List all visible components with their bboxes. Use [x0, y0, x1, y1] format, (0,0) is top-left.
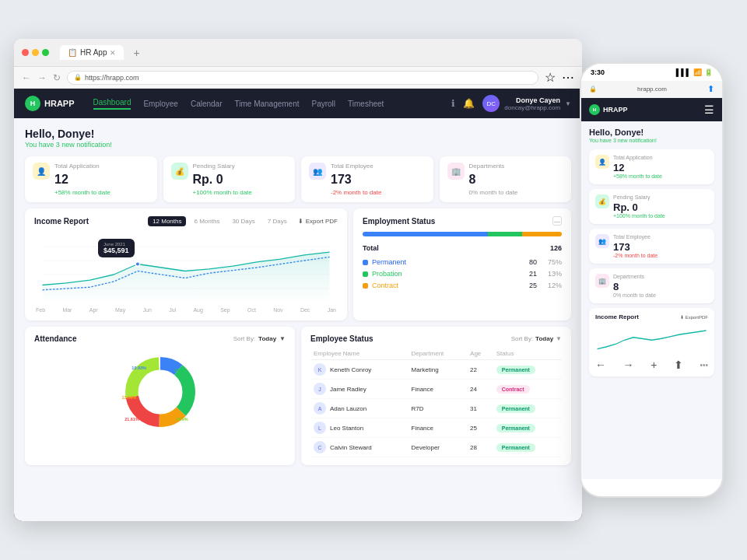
battery-icon: 🔋: [704, 68, 713, 76]
download-icon: ⬇: [298, 218, 303, 225]
sort-label: Sort By:: [511, 335, 533, 342]
departments-label: Departments: [469, 163, 518, 170]
tooltip-value: $45,591: [103, 247, 129, 254]
col-dept: Department: [409, 348, 468, 360]
notification-icon[interactable]: 🔔: [463, 98, 475, 109]
mobile-export-button[interactable]: ⬇ ExportPDF: [680, 314, 708, 320]
mobile-chart-back[interactable]: ←: [595, 359, 606, 371]
tab-30days[interactable]: 30 Days: [227, 216, 259, 226]
income-report-card: Income Report 12 Months 6 Months 30 Days…: [25, 208, 347, 320]
emp-dept: Developer: [409, 438, 468, 457]
employment-status-title: Employment Status: [363, 217, 435, 226]
mobile-logo: H HRAPP: [589, 104, 628, 115]
attendance-sort[interactable]: Sort By: Today ▼: [233, 335, 286, 342]
signal-bars-icon: ▌▌▌: [676, 68, 691, 76]
mobile-browser-bar: 🔒 hrapp.com ⬆: [581, 81, 722, 98]
hamburger-menu-button[interactable]: ☰: [704, 103, 714, 116]
x-label-jul: Jul: [169, 307, 176, 313]
nav-dashboard[interactable]: Dashboard: [93, 98, 132, 110]
more-options-icon[interactable]: ⋯: [562, 70, 574, 85]
employees-value: 173: [331, 173, 381, 187]
mobile-emp-icon: 👥: [595, 234, 609, 248]
table-row: C Calvin Steward Developer 28 Permanent: [310, 438, 562, 457]
desktop-browser: 📋 HR App ✕ + ← → ↻ 🔒 https://hrapp.com ☆…: [14, 39, 582, 521]
employees-icon: 👥: [309, 163, 326, 180]
mobile-stat-departments: 🏢 Departments 8 0% month to date: [589, 268, 714, 303]
emp-age: 28: [467, 438, 493, 457]
mobile-chart-more[interactable]: •••: [700, 361, 708, 369]
tab-7days[interactable]: 7 Days: [263, 216, 292, 226]
user-dropdown-icon[interactable]: ▼: [565, 100, 571, 107]
nav-icons: ℹ 🔔 DC Donye Cayen doncay@hrapp.com ▼: [451, 95, 571, 112]
salary-icon: 💰: [171, 163, 188, 180]
tab-close-button[interactable]: ✕: [110, 49, 116, 57]
svg-text:13.59%: 13.59%: [121, 395, 136, 400]
emp-name: Leo Stanton: [330, 425, 363, 432]
secure-icon: 🔒: [74, 74, 82, 81]
employee-sort[interactable]: Sort By: Today ▼: [511, 335, 562, 342]
nav-payroll[interactable]: Payroll: [312, 100, 336, 108]
minimize-dot[interactable]: [32, 49, 39, 56]
sort-arrow-icon: ▼: [556, 335, 562, 342]
tab-6months[interactable]: 6 Months: [189, 216, 224, 226]
info-icon[interactable]: ℹ: [451, 98, 455, 109]
mobile-chart-zoom-in[interactable]: +: [651, 359, 657, 371]
back-button[interactable]: ←: [22, 72, 31, 83]
stat-card-applications: 👤 Total Application 12 +58% month to dat…: [25, 156, 157, 202]
nav-employee[interactable]: Employee: [143, 100, 177, 108]
contract-label: Contract: [372, 282, 398, 289]
x-label-dec: Dec: [300, 307, 310, 313]
nav-time-management[interactable]: Time Management: [235, 100, 300, 108]
employees-change: -2% month to date: [331, 189, 381, 196]
emp-age: 24: [467, 380, 493, 399]
user-profile[interactable]: DC Donye Cayen doncay@hrapp.com ▼: [482, 95, 571, 112]
employee-status-title: Employee Status: [310, 334, 374, 343]
close-dot[interactable]: [22, 49, 29, 56]
maximize-dot[interactable]: [42, 49, 49, 56]
stat-cards: 👤 Total Application 12 +58% month to dat…: [25, 156, 571, 202]
tab-12months[interactable]: 12 Months: [148, 216, 186, 226]
mobile-chart-nav: ← → + ⬆ •••: [595, 359, 708, 371]
x-label-aug: Aug: [193, 307, 202, 313]
salary-change: +100% month to date: [193, 189, 252, 196]
total-label: Total: [363, 244, 379, 252]
browser-dots: [22, 49, 49, 56]
x-label-may: May: [115, 307, 125, 313]
mobile-share-button[interactable]: ⬆: [707, 84, 714, 94]
emp-avatar: J: [314, 383, 326, 395]
mobile-chart-share[interactable]: ⬆: [674, 359, 683, 371]
applications-value: 12: [54, 173, 110, 187]
nav-timesheet[interactable]: Timesheet: [348, 100, 384, 108]
browser-tab[interactable]: 📋 HR App ✕: [60, 45, 124, 60]
forward-button[interactable]: →: [37, 72, 47, 83]
mobile-chart-forward[interactable]: →: [623, 359, 634, 371]
logo-icon: H: [25, 96, 40, 111]
emp-name: Jame Radley: [330, 386, 366, 393]
employees-label: Total Employee: [331, 163, 381, 170]
attendance-title: Attendance: [34, 334, 76, 343]
emp-dept: R7D: [409, 399, 468, 418]
table-row: K Keneth Conroy Marketing 22 Permanent: [310, 360, 562, 380]
col-status: Status: [493, 348, 562, 360]
collapse-button[interactable]: —: [552, 216, 562, 226]
donut-chart-svg: 10.93% 26% 13.59% 21.61% 26.9%: [114, 349, 207, 435]
address-input[interactable]: 🔒 https://hrapp.com: [67, 71, 538, 85]
new-tab-button[interactable]: +: [133, 47, 139, 59]
mobile-salary-icon: 💰: [595, 194, 609, 208]
bookmark-icon[interactable]: ☆: [545, 70, 556, 85]
export-pdf-button[interactable]: ⬇ Export PDF: [298, 218, 338, 225]
charts-row: Income Report 12 Months 6 Months 30 Days…: [25, 208, 571, 320]
table-row: L Leo Stanton Finance 25 Permanent: [310, 418, 562, 438]
sort-by-label: Sort By:: [233, 335, 255, 342]
emp-status-badge: Permanent: [496, 404, 535, 413]
permanent-dot: [363, 260, 368, 265]
refresh-button[interactable]: ↻: [53, 72, 61, 83]
mobile-dept-icon: 🏢: [595, 274, 609, 288]
emp-age: 22: [467, 360, 493, 380]
emp-avatar: C: [314, 441, 326, 453]
sort-dropdown-icon[interactable]: ▼: [279, 335, 286, 342]
nav-calendar[interactable]: Calendar: [191, 100, 223, 108]
logo-text: HRAPP: [44, 99, 75, 108]
contract-pct: 12%: [548, 282, 562, 289]
svg-text:21.61%: 21.61%: [124, 417, 139, 422]
